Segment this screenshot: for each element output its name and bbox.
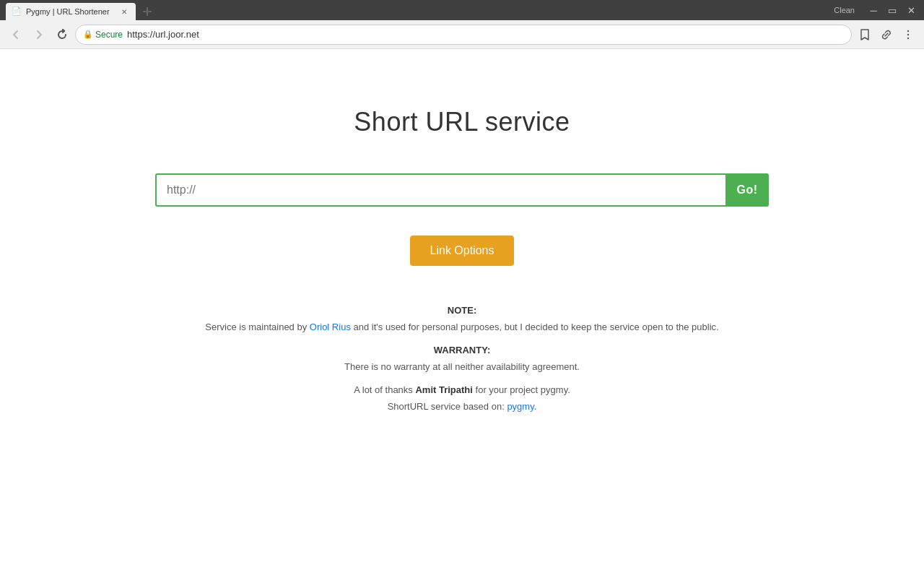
tab-close-button[interactable]: ✕	[118, 6, 130, 17]
active-tab[interactable]: 📄 Pygmy | URL Shortener ✕	[6, 3, 136, 20]
reload-button[interactable]	[52, 25, 72, 45]
based-on-suffix: .	[534, 401, 537, 412]
maximize-button[interactable]: ▭	[885, 3, 899, 17]
url-text: https://url.joor.net	[127, 29, 199, 40]
note-text: Service is maintained by Oriol Rius and …	[205, 319, 718, 335]
tab-page-icon: 📄	[12, 7, 22, 17]
url-form: Go!	[155, 173, 769, 207]
bookmark-button[interactable]	[855, 25, 875, 45]
nav-bar: 🔒 Secure https://url.joor.net	[0, 20, 924, 49]
oriol-rius-link[interactable]: Oriol Rius	[310, 322, 351, 332]
nav-right-icons	[855, 25, 918, 45]
svg-point-4	[907, 37, 909, 38]
svg-rect-1	[143, 11, 152, 12]
link-options-button[interactable]: Link Options	[410, 236, 515, 266]
back-button[interactable]	[6, 25, 26, 45]
note-paragraph: NOTE:	[205, 302, 718, 319]
title-bar: 📄 Pygmy | URL Shortener ✕ Clean ─ ▭ ✕	[0, 0, 924, 20]
note-label: NOTE:	[448, 305, 476, 316]
note-suffix: and it's used for personal purposes, but…	[351, 322, 719, 332]
thanks-name: Amit Tripathi	[415, 384, 472, 395]
title-bar-left: 📄 Pygmy | URL Shortener ✕	[6, 0, 157, 20]
svg-point-2	[907, 30, 909, 31]
forward-button[interactable]	[29, 25, 49, 45]
note-prefix: Service is maintained by	[205, 322, 310, 332]
url-input[interactable]	[155, 173, 725, 207]
page-title: Short URL service	[354, 107, 570, 137]
tab-title: Pygmy | URL Shortener	[26, 7, 110, 16]
warranty-text: There is no warranty at all neither avai…	[205, 358, 718, 375]
new-tab-button[interactable]	[137, 3, 157, 20]
warranty-label: WARRANTY:	[434, 345, 490, 355]
based-on-prefix: ShortURL service based on:	[388, 401, 507, 412]
address-bar[interactable]: 🔒 Secure https://url.joor.net	[75, 25, 852, 45]
warranty-paragraph: WARRANTY:	[205, 342, 718, 358]
menu-button[interactable]	[898, 25, 918, 45]
page-content: Short URL service Go! Link Options NOTE:…	[0, 49, 924, 578]
thanks-suffix: for your project pygmy.	[473, 384, 570, 395]
go-button[interactable]: Go!	[725, 173, 769, 207]
based-on-line: ShortURL service based on: pygmy.	[205, 398, 718, 415]
minimize-button[interactable]: ─	[866, 3, 881, 17]
thanks-prefix: A lot of thanks	[354, 384, 415, 395]
secure-text: Secure	[95, 30, 123, 40]
link-button[interactable]	[876, 25, 897, 45]
svg-point-3	[907, 33, 909, 35]
browser-frame: 📄 Pygmy | URL Shortener ✕ Clean ─ ▭ ✕	[0, 0, 924, 578]
lock-icon: 🔒	[83, 30, 93, 39]
separator-1	[205, 336, 718, 342]
title-bar-controls: Clean ─ ▭ ✕	[834, 3, 918, 17]
tab-group: 📄 Pygmy | URL Shortener ✕	[6, 0, 157, 20]
pygmy-link[interactable]: pygmy	[507, 401, 533, 412]
window-controls: ─ ▭ ✕	[866, 3, 918, 17]
thanks-line: A lot of thanks Amit Tripathi for your p…	[205, 381, 718, 398]
secure-badge: 🔒 Secure	[83, 30, 123, 40]
separator-2	[205, 376, 718, 381]
footer-notes: NOTE: Service is maintained by Oriol Riu…	[205, 302, 718, 415]
clean-label: Clean	[834, 6, 855, 14]
close-button[interactable]: ✕	[904, 3, 918, 17]
